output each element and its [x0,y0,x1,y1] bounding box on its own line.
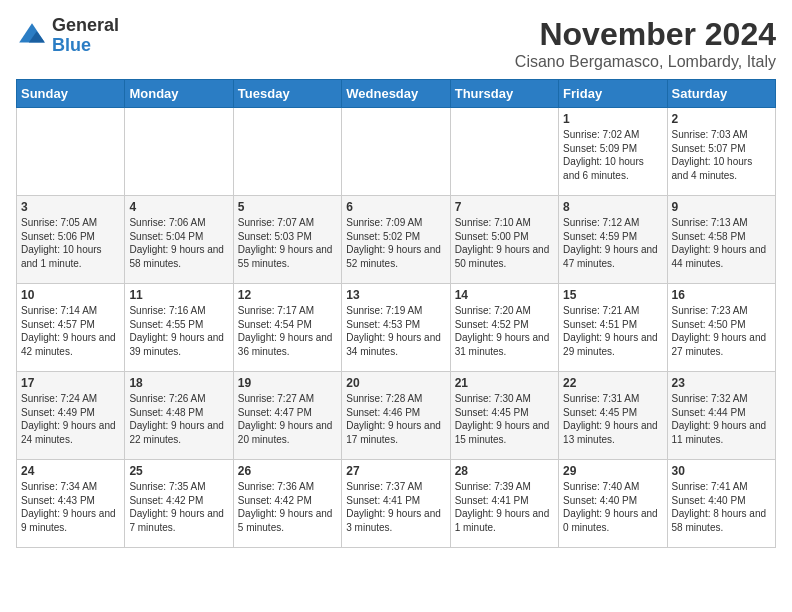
day-number: 23 [672,376,771,390]
calendar-cell: 18Sunrise: 7:26 AM Sunset: 4:48 PM Dayli… [125,372,233,460]
calendar-cell: 19Sunrise: 7:27 AM Sunset: 4:47 PM Dayli… [233,372,341,460]
day-info: Sunrise: 7:07 AM Sunset: 5:03 PM Dayligh… [238,216,337,270]
calendar-cell [342,108,450,196]
day-number: 28 [455,464,554,478]
calendar-cell: 3Sunrise: 7:05 AM Sunset: 5:06 PM Daylig… [17,196,125,284]
day-number: 11 [129,288,228,302]
day-number: 24 [21,464,120,478]
day-number: 15 [563,288,662,302]
calendar-cell: 21Sunrise: 7:30 AM Sunset: 4:45 PM Dayli… [450,372,558,460]
day-number: 16 [672,288,771,302]
day-info: Sunrise: 7:14 AM Sunset: 4:57 PM Dayligh… [21,304,120,358]
calendar-cell: 14Sunrise: 7:20 AM Sunset: 4:52 PM Dayli… [450,284,558,372]
day-info: Sunrise: 7:28 AM Sunset: 4:46 PM Dayligh… [346,392,445,446]
logo: General Blue [16,16,119,56]
day-number: 5 [238,200,337,214]
header-day-saturday: Saturday [667,80,775,108]
day-number: 30 [672,464,771,478]
day-info: Sunrise: 7:24 AM Sunset: 4:49 PM Dayligh… [21,392,120,446]
day-number: 13 [346,288,445,302]
day-info: Sunrise: 7:41 AM Sunset: 4:40 PM Dayligh… [672,480,771,534]
week-row-1: 3Sunrise: 7:05 AM Sunset: 5:06 PM Daylig… [17,196,776,284]
calendar-cell: 1Sunrise: 7:02 AM Sunset: 5:09 PM Daylig… [559,108,667,196]
logo-text: General Blue [52,16,119,56]
calendar-cell: 6Sunrise: 7:09 AM Sunset: 5:02 PM Daylig… [342,196,450,284]
calendar-cell: 15Sunrise: 7:21 AM Sunset: 4:51 PM Dayli… [559,284,667,372]
calendar-cell: 8Sunrise: 7:12 AM Sunset: 4:59 PM Daylig… [559,196,667,284]
day-number: 27 [346,464,445,478]
calendar-cell: 7Sunrise: 7:10 AM Sunset: 5:00 PM Daylig… [450,196,558,284]
calendar-table: SundayMondayTuesdayWednesdayThursdayFrid… [16,79,776,548]
calendar-cell: 13Sunrise: 7:19 AM Sunset: 4:53 PM Dayli… [342,284,450,372]
calendar-cell: 10Sunrise: 7:14 AM Sunset: 4:57 PM Dayli… [17,284,125,372]
header-day-sunday: Sunday [17,80,125,108]
day-info: Sunrise: 7:17 AM Sunset: 4:54 PM Dayligh… [238,304,337,358]
day-number: 2 [672,112,771,126]
calendar-cell: 4Sunrise: 7:06 AM Sunset: 5:04 PM Daylig… [125,196,233,284]
day-number: 12 [238,288,337,302]
calendar-body: 1Sunrise: 7:02 AM Sunset: 5:09 PM Daylig… [17,108,776,548]
calendar-header: SundayMondayTuesdayWednesdayThursdayFrid… [17,80,776,108]
calendar-cell: 2Sunrise: 7:03 AM Sunset: 5:07 PM Daylig… [667,108,775,196]
header-day-tuesday: Tuesday [233,80,341,108]
week-row-2: 10Sunrise: 7:14 AM Sunset: 4:57 PM Dayli… [17,284,776,372]
day-info: Sunrise: 7:09 AM Sunset: 5:02 PM Dayligh… [346,216,445,270]
day-number: 6 [346,200,445,214]
day-number: 26 [238,464,337,478]
calendar-cell [125,108,233,196]
day-info: Sunrise: 7:35 AM Sunset: 4:42 PM Dayligh… [129,480,228,534]
title-area: November 2024 Cisano Bergamasco, Lombard… [515,16,776,71]
day-info: Sunrise: 7:05 AM Sunset: 5:06 PM Dayligh… [21,216,120,270]
calendar-cell: 12Sunrise: 7:17 AM Sunset: 4:54 PM Dayli… [233,284,341,372]
month-title: November 2024 [515,16,776,53]
calendar-cell: 24Sunrise: 7:34 AM Sunset: 4:43 PM Dayli… [17,460,125,548]
logo-icon [16,20,48,52]
day-info: Sunrise: 7:16 AM Sunset: 4:55 PM Dayligh… [129,304,228,358]
day-info: Sunrise: 7:36 AM Sunset: 4:42 PM Dayligh… [238,480,337,534]
day-info: Sunrise: 7:13 AM Sunset: 4:58 PM Dayligh… [672,216,771,270]
calendar-cell: 23Sunrise: 7:32 AM Sunset: 4:44 PM Dayli… [667,372,775,460]
location: Cisano Bergamasco, Lombardy, Italy [515,53,776,71]
header-day-thursday: Thursday [450,80,558,108]
day-info: Sunrise: 7:23 AM Sunset: 4:50 PM Dayligh… [672,304,771,358]
calendar-cell: 28Sunrise: 7:39 AM Sunset: 4:41 PM Dayli… [450,460,558,548]
calendar-cell: 30Sunrise: 7:41 AM Sunset: 4:40 PM Dayli… [667,460,775,548]
day-number: 19 [238,376,337,390]
day-number: 4 [129,200,228,214]
day-info: Sunrise: 7:39 AM Sunset: 4:41 PM Dayligh… [455,480,554,534]
day-number: 21 [455,376,554,390]
calendar-cell: 16Sunrise: 7:23 AM Sunset: 4:50 PM Dayli… [667,284,775,372]
calendar-cell: 26Sunrise: 7:36 AM Sunset: 4:42 PM Dayli… [233,460,341,548]
calendar-cell: 22Sunrise: 7:31 AM Sunset: 4:45 PM Dayli… [559,372,667,460]
day-info: Sunrise: 7:20 AM Sunset: 4:52 PM Dayligh… [455,304,554,358]
day-info: Sunrise: 7:03 AM Sunset: 5:07 PM Dayligh… [672,128,771,182]
day-number: 8 [563,200,662,214]
logo-general-text: General [52,16,119,36]
day-number: 3 [21,200,120,214]
calendar-cell [233,108,341,196]
day-number: 10 [21,288,120,302]
day-info: Sunrise: 7:19 AM Sunset: 4:53 PM Dayligh… [346,304,445,358]
calendar-cell: 17Sunrise: 7:24 AM Sunset: 4:49 PM Dayli… [17,372,125,460]
header: General Blue November 2024 Cisano Bergam… [16,16,776,71]
calendar-cell [450,108,558,196]
day-number: 18 [129,376,228,390]
week-row-4: 24Sunrise: 7:34 AM Sunset: 4:43 PM Dayli… [17,460,776,548]
calendar-cell: 20Sunrise: 7:28 AM Sunset: 4:46 PM Dayli… [342,372,450,460]
header-day-friday: Friday [559,80,667,108]
calendar-cell: 11Sunrise: 7:16 AM Sunset: 4:55 PM Dayli… [125,284,233,372]
day-info: Sunrise: 7:10 AM Sunset: 5:00 PM Dayligh… [455,216,554,270]
calendar-cell [17,108,125,196]
day-info: Sunrise: 7:06 AM Sunset: 5:04 PM Dayligh… [129,216,228,270]
calendar-cell: 5Sunrise: 7:07 AM Sunset: 5:03 PM Daylig… [233,196,341,284]
day-number: 20 [346,376,445,390]
header-row: SundayMondayTuesdayWednesdayThursdayFrid… [17,80,776,108]
day-number: 14 [455,288,554,302]
day-info: Sunrise: 7:02 AM Sunset: 5:09 PM Dayligh… [563,128,662,182]
day-info: Sunrise: 7:27 AM Sunset: 4:47 PM Dayligh… [238,392,337,446]
day-info: Sunrise: 7:37 AM Sunset: 4:41 PM Dayligh… [346,480,445,534]
calendar-cell: 27Sunrise: 7:37 AM Sunset: 4:41 PM Dayli… [342,460,450,548]
day-number: 17 [21,376,120,390]
day-number: 9 [672,200,771,214]
week-row-0: 1Sunrise: 7:02 AM Sunset: 5:09 PM Daylig… [17,108,776,196]
